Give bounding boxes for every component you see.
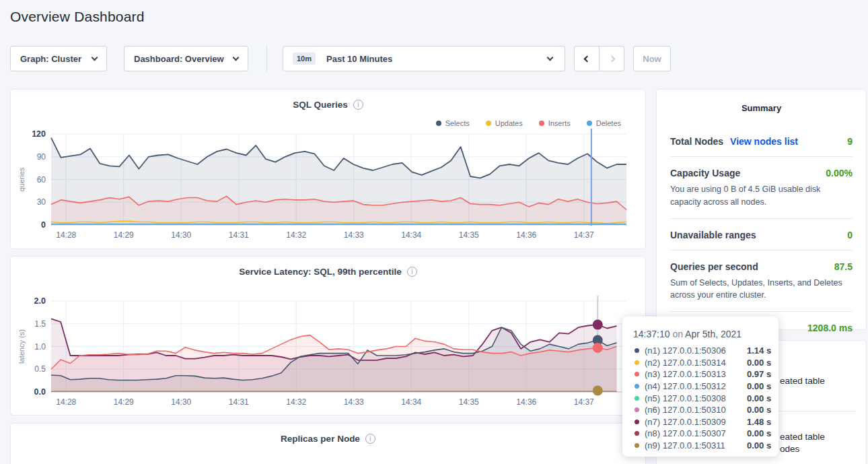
dashboard-dropdown[interactable]: Dashboard: Overview <box>124 46 248 71</box>
svg-text:queries: queries <box>17 167 26 192</box>
svg-text:14:36: 14:36 <box>516 397 536 407</box>
service-latency-chart[interactable]: 0.00.51.01.52.014:2814:2914:3014:3114:32… <box>11 296 647 414</box>
svg-text:14:35: 14:35 <box>459 397 479 407</box>
tooltip-time: 14:37:10 <box>633 329 670 339</box>
legend-item-updates[interactable]: Updates <box>486 119 523 127</box>
tooltip-timestamp: 14:37:10 on Apr 5th, 2021 <box>633 329 779 339</box>
tooltip-node-row: (n7) 127.0.0.1:503091.48 s <box>633 416 779 428</box>
tooltip-node-row: (n5) 127.0.0.1:503080.00 s <box>633 392 779 404</box>
graph-dropdown[interactable]: Graph: Cluster <box>10 46 107 71</box>
service-latency-card: Service Latency: SQL, 99th percentile i … <box>10 256 646 416</box>
node-latency-value: 0.00 s <box>747 428 771 438</box>
chart-hover-tooltip: 14:37:10 on Apr 5th, 2021 (n1) 127.0.0.1… <box>622 317 779 457</box>
chevron-down-icon <box>547 55 554 61</box>
svg-text:60: 60 <box>37 175 46 185</box>
summary-row-unavailable: Unavailable ranges 0 <box>670 219 853 251</box>
svg-text:14:29: 14:29 <box>114 397 134 407</box>
node-address: (n7) 127.0.0.1:50309 <box>645 417 747 427</box>
event-item-fragment[interactable]: odes <box>780 444 799 454</box>
prev-range-button[interactable] <box>574 46 600 71</box>
svg-text:0: 0 <box>41 220 46 230</box>
tooltip-date: Apr 5th, 2021 <box>685 329 742 339</box>
svg-text:14:32: 14:32 <box>286 230 306 240</box>
capacity-usage-label: Capacity Usage <box>670 168 740 178</box>
event-item-fragment[interactable]: eated table <box>780 432 825 442</box>
svg-text:14:29: 14:29 <box>114 230 134 240</box>
node-address: (n1) 127.0.0.1:50306 <box>645 345 747 356</box>
node-color-dot-icon <box>635 420 639 424</box>
svg-text:14:33: 14:33 <box>344 230 364 240</box>
time-range-dropdown[interactable]: 10m Past 10 Minutes <box>283 46 565 71</box>
overview-dashboard-page: Overview Dashboard Graph: Cluster Dashbo… <box>0 0 868 464</box>
svg-text:14:37: 14:37 <box>574 230 594 240</box>
total-nodes-label: Total Nodes <box>670 136 723 147</box>
svg-text:14:28: 14:28 <box>56 397 76 407</box>
node-latency-value: 1.14 s <box>747 345 771 356</box>
legend-label: Deletes <box>596 119 621 127</box>
replicas-per-node-card: Replicas per Node i <box>10 423 646 464</box>
replicas-per-node-title: Replicas per Node <box>281 434 360 444</box>
time-range-badge: 10m <box>293 53 316 65</box>
chevron-down-icon <box>233 55 240 61</box>
event-item-fragment[interactable]: eated table <box>780 376 825 386</box>
node-address: (n3) 127.0.0.1:50313 <box>645 369 747 379</box>
node-address: (n9) 127.0.0.1:50311 <box>645 440 747 451</box>
summary-row-total-nodes: Total Nodes View nodes list 9 <box>670 125 853 157</box>
dashboard-dropdown-label: Dashboard: Overview <box>134 54 224 64</box>
node-latency-value: 0.00 s <box>747 393 771 403</box>
p99-latency-value: 1208.0 ms <box>807 323 853 333</box>
info-icon[interactable]: i <box>353 100 363 110</box>
svg-text:14:28: 14:28 <box>56 230 76 240</box>
svg-text:30: 30 <box>37 197 46 207</box>
legend-label: Inserts <box>548 119 571 127</box>
tooltip-node-row: (n1) 127.0.0.1:503061.14 s <box>633 345 779 357</box>
summary-title: Summary <box>657 90 866 113</box>
tooltip-node-row: (n4) 127.0.0.1:503120.00 s <box>633 380 779 393</box>
service-latency-title: Service Latency: SQL, 99th percentile <box>239 267 402 277</box>
node-latency-value: 0.00 s <box>747 358 771 368</box>
tooltip-node-row: (n2) 127.0.0.1:503140.00 s <box>633 357 779 369</box>
qps-label: Queries per second <box>670 261 758 272</box>
tooltip-on: on <box>672 329 683 339</box>
chevron-right-icon <box>608 55 615 62</box>
summary-row-qps: Queries per second 87.5 Sum of Selects, … <box>670 251 853 312</box>
legend-item-selects[interactable]: Selects <box>436 119 470 127</box>
summary-panel: Summary Total Nodes View nodes list 9 Ca… <box>656 89 867 330</box>
svg-text:latency (s): latency (s) <box>17 329 26 364</box>
legend-label: Selects <box>445 119 470 127</box>
node-latency-value: 0.00 s <box>747 381 771 391</box>
qps-value: 87.5 <box>834 261 853 272</box>
legend-item-inserts[interactable]: Inserts <box>539 119 571 127</box>
info-icon[interactable]: i <box>407 267 417 277</box>
unavailable-ranges-value: 0 <box>847 230 853 240</box>
legend-dot-icon <box>539 121 544 126</box>
page-title: Overview Dashboard <box>10 9 145 25</box>
unavailable-ranges-label: Unavailable ranges <box>670 230 756 240</box>
node-latency-value: 0.00 s <box>747 440 771 451</box>
capacity-usage-desc: You are using 0 B of 4.5 GiB usable disk… <box>670 183 853 209</box>
svg-text:14:30: 14:30 <box>171 230 191 240</box>
total-nodes-value: 9 <box>847 136 853 147</box>
sql-queries-chart[interactable]: 030609012014:2814:2914:3014:3114:3214:33… <box>11 129 647 247</box>
svg-text:14:31: 14:31 <box>229 230 249 240</box>
summary-row-capacity: Capacity Usage 0.00% You are using 0 B o… <box>670 157 853 219</box>
legend-label: Updates <box>495 119 523 127</box>
svg-text:14:36: 14:36 <box>516 230 536 240</box>
node-color-dot-icon <box>635 360 639 365</box>
node-color-dot-icon <box>635 407 639 412</box>
capacity-usage-value: 0.00% <box>826 168 853 178</box>
view-nodes-list-link[interactable]: View nodes list <box>730 136 798 147</box>
legend-item-deletes[interactable]: Deletes <box>587 119 621 127</box>
svg-text:14:31: 14:31 <box>229 397 249 407</box>
info-icon[interactable]: i <box>365 434 375 444</box>
node-color-dot-icon <box>635 372 639 376</box>
tooltip-node-row: (n6) 127.0.0.1:503100.00 s <box>633 404 779 416</box>
svg-text:1.0: 1.0 <box>34 342 46 352</box>
event-divider <box>778 411 856 411</box>
svg-text:14:34: 14:34 <box>401 397 421 407</box>
svg-text:14:35: 14:35 <box>459 230 479 240</box>
graph-dropdown-label: Graph: Cluster <box>20 54 81 64</box>
now-button-label: Now <box>643 54 661 64</box>
next-range-button[interactable] <box>599 46 624 71</box>
now-button[interactable]: Now <box>633 46 671 71</box>
